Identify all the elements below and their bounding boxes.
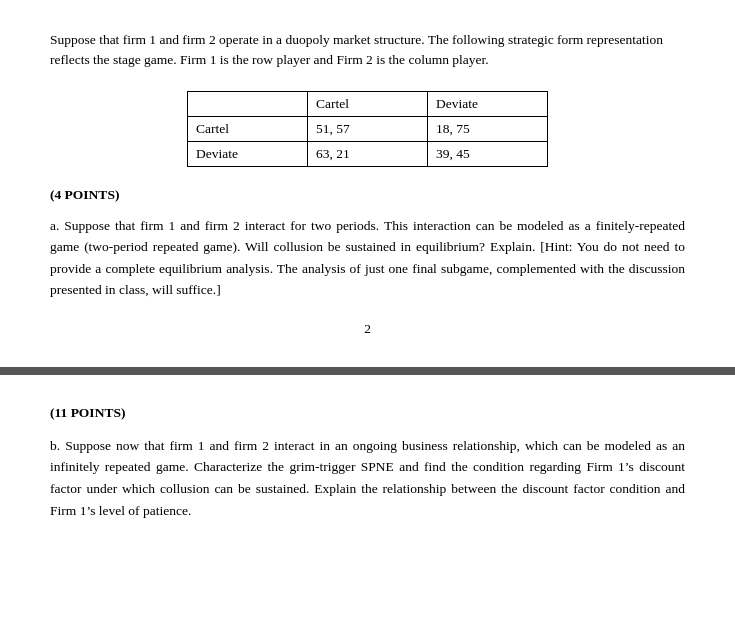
page-number: 2 [50, 321, 685, 337]
table-row-deviate-label: Deviate [188, 141, 308, 166]
page-divider [0, 367, 735, 375]
section-a-question: a. Suppose that firm 1 and firm 2 intera… [50, 215, 685, 301]
section-b-question: b. Suppose now that firm 1 and firm 2 in… [50, 435, 685, 521]
page-top-section: Suppose that firm 1 and firm 2 operate i… [0, 0, 735, 367]
table-row-deviate: Deviate 63, 21 39, 45 [188, 141, 548, 166]
table-cell-deviate-cartel: 63, 21 [308, 141, 428, 166]
table-cell-cartel-cartel: 51, 57 [308, 116, 428, 141]
table-row-cartel: Cartel 51, 57 18, 75 [188, 116, 548, 141]
page-bottom-section: (11 POINTS) b. Suppose now that firm 1 a… [0, 375, 735, 541]
section-a-points: (4 POINTS) [50, 187, 685, 203]
intro-paragraph: Suppose that firm 1 and firm 2 operate i… [50, 30, 685, 71]
table-cell-cartel-deviate: 18, 75 [428, 116, 548, 141]
payoff-table: Cartel Deviate Cartel 51, 57 18, 75 Devi… [187, 91, 548, 167]
table-empty-cell [188, 91, 308, 116]
table-cell-deviate-deviate: 39, 45 [428, 141, 548, 166]
table-header-row: Cartel Deviate [188, 91, 548, 116]
table-row-cartel-label: Cartel [188, 116, 308, 141]
section-b-points: (11 POINTS) [50, 405, 685, 421]
table-col-deviate: Deviate [428, 91, 548, 116]
table-col-cartel: Cartel [308, 91, 428, 116]
